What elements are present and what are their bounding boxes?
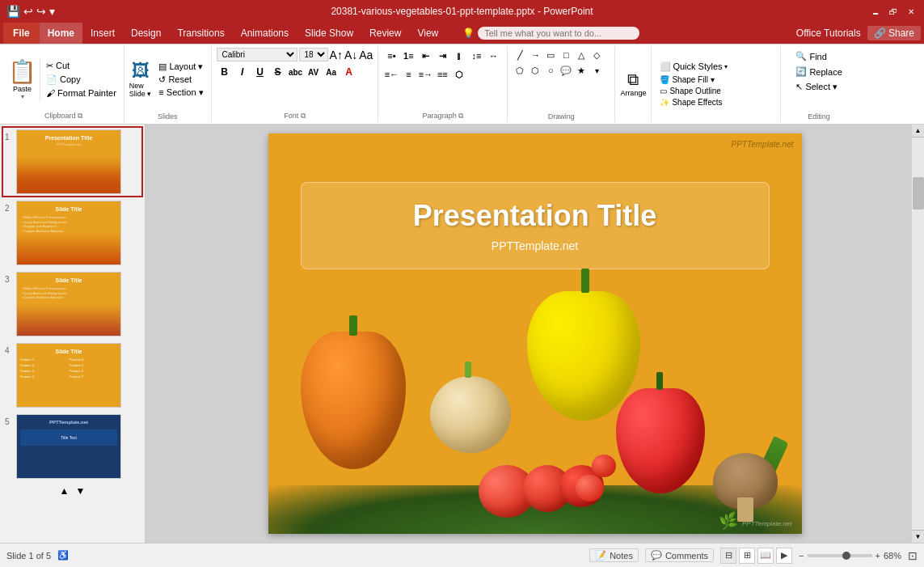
menu-insert[interactable]: Insert: [82, 23, 123, 44]
format-painter-button[interactable]: 🖌 Format Painter: [44, 87, 119, 99]
zoom-thumb[interactable]: [842, 552, 850, 560]
columns-button[interactable]: ⫿: [451, 48, 467, 64]
menu-file[interactable]: File: [3, 23, 40, 44]
shape-outline-button[interactable]: ▭ Shape Outline: [656, 86, 775, 96]
slide-title-box[interactable]: Presentation Title PPTTemplate.net: [301, 182, 770, 269]
slide-thumb-2[interactable]: 2 Slide Title • Make Effective Presentat…: [3, 199, 141, 267]
redo-icon[interactable]: ↪: [36, 5, 46, 18]
undo-icon[interactable]: ↩: [23, 5, 33, 18]
slide-canvas[interactable]: PPTTemplate.net Presentation Title PPTTe…: [268, 133, 802, 534]
menu-review[interactable]: Review: [361, 23, 409, 44]
hexagon-shape[interactable]: ⬡: [528, 63, 542, 78]
oval-shape[interactable]: ○: [543, 63, 558, 78]
panel-scroll-up[interactable]: ▲: [60, 485, 70, 497]
decrease-font-button[interactable]: A↓: [344, 49, 357, 61]
paste-button[interactable]: 📋 Paste ▾: [8, 58, 40, 100]
find-button[interactable]: 🔍 Find: [792, 49, 845, 63]
font-name-select[interactable]: Calibri: [217, 48, 297, 61]
triangle-shape[interactable]: △: [574, 48, 589, 62]
line-shape[interactable]: ╱: [513, 48, 527, 62]
menu-home[interactable]: Home: [40, 23, 82, 44]
align-center-button[interactable]: ≡: [400, 66, 416, 83]
slide-thumb-4[interactable]: 4 Slide Title Feature 1Product 4 Feature…: [3, 341, 141, 409]
zoom-slider[interactable]: [808, 554, 872, 557]
slide-sorter-button[interactable]: ⊞: [739, 548, 755, 564]
align-right-button[interactable]: ≡→: [417, 66, 433, 83]
zoom-out-button[interactable]: −: [799, 551, 804, 561]
increase-indent-button[interactable]: ⇥: [434, 48, 450, 64]
save-icon[interactable]: 💾: [6, 5, 20, 18]
canvas-scrollbar[interactable]: ▲ ▼: [911, 125, 924, 543]
pentagon-shape[interactable]: ⬠: [513, 63, 527, 78]
canvas-area[interactable]: ▲ ▼ PPTTemplate.net Presentation Title P…: [146, 125, 924, 543]
star-shape[interactable]: ★: [574, 63, 589, 78]
diamond-shape[interactable]: ◇: [589, 48, 604, 62]
reset-button[interactable]: ↺ Reset: [156, 74, 205, 86]
justify-button[interactable]: ≡≡: [434, 66, 450, 83]
rect-shape[interactable]: ▭: [543, 48, 558, 62]
arrange-icon[interactable]: ⧉: [627, 70, 639, 89]
menu-animations[interactable]: Animations: [233, 23, 297, 44]
comments-button[interactable]: 💬 Comments: [645, 548, 714, 562]
decrease-indent-button[interactable]: ⇤: [417, 48, 433, 64]
clear-format-button[interactable]: Aa: [359, 49, 373, 61]
slideshow-button[interactable]: ▶: [776, 548, 792, 564]
search-input[interactable]: [478, 27, 639, 40]
customize-icon[interactable]: ▾: [49, 5, 55, 18]
char-spacing-button[interactable]: AV: [306, 64, 322, 80]
scroll-down-button[interactable]: ▼: [912, 530, 925, 543]
callout-shape[interactable]: 💬: [559, 63, 573, 78]
text-direction-button[interactable]: ↔: [485, 48, 501, 64]
align-left-button[interactable]: ≡←: [383, 66, 399, 83]
italic-button[interactable]: I: [234, 64, 251, 80]
bullets-button[interactable]: ≡•: [383, 48, 399, 64]
text-shadow-button[interactable]: abc: [288, 64, 304, 80]
change-case-button[interactable]: Aa: [323, 64, 340, 80]
quick-styles-button[interactable]: ⬜ Quick Styles ▾: [656, 60, 775, 74]
close-button[interactable]: ✕: [905, 5, 918, 18]
menu-design[interactable]: Design: [123, 23, 169, 44]
copy-button[interactable]: 📄 Copy: [44, 74, 119, 86]
share-button[interactable]: 🔗 Share: [867, 26, 921, 40]
square-shape[interactable]: □: [559, 48, 573, 62]
arrow-shape[interactable]: →: [528, 48, 542, 62]
new-slide-label[interactable]: NewSlide ▾: [129, 82, 152, 98]
cut-button[interactable]: ✂ Cut: [44, 60, 119, 72]
menu-slideshow[interactable]: Slide Show: [297, 23, 361, 44]
smart-art-button[interactable]: ⬡: [451, 66, 467, 83]
slide-thumb-3[interactable]: 3 Slide Title • Make Effective Presentat…: [3, 270, 141, 338]
minimize-button[interactable]: 🗕: [869, 5, 882, 18]
accessibility-icon[interactable]: ♿: [57, 550, 69, 561]
font-color-button[interactable]: A: [341, 64, 357, 80]
zoom-in-button[interactable]: +: [875, 551, 880, 561]
bold-button[interactable]: B: [217, 64, 233, 80]
line-spacing-button[interactable]: ↕≡: [468, 48, 484, 64]
menu-view[interactable]: View: [409, 23, 446, 44]
new-slide-icon[interactable]: 🖼: [132, 61, 150, 82]
select-button[interactable]: ↖ Select ▾: [792, 80, 845, 94]
font-size-select[interactable]: 18: [299, 48, 328, 61]
shape-fill-button[interactable]: 🪣 Shape Fill ▾: [656, 74, 775, 85]
slide-thumb-5[interactable]: 5 PPTTemplate.net Title Text: [3, 413, 141, 480]
slide-panel[interactable]: 1 Presentation Title PPTTemplate.net 2 S…: [0, 125, 146, 543]
panel-scroll-down[interactable]: ▼: [76, 485, 86, 497]
more-shapes[interactable]: ▾: [589, 63, 604, 78]
section-button[interactable]: ≡ Section ▾: [156, 87, 205, 99]
scroll-up-button[interactable]: ▲: [912, 125, 925, 138]
shape-effects-button[interactable]: ✨ Shape Effects: [656, 97, 775, 108]
underline-button[interactable]: U: [252, 64, 268, 80]
reading-view-button[interactable]: 📖: [757, 548, 774, 564]
fit-button[interactable]: ⊡: [908, 549, 918, 562]
strikethrough-button[interactable]: S: [270, 64, 286, 80]
restore-button[interactable]: 🗗: [887, 5, 900, 18]
numbering-button[interactable]: 1≡: [400, 48, 416, 64]
layout-button[interactable]: ▤ Layout ▾: [156, 61, 205, 73]
slide-thumb-1[interactable]: 1 Presentation Title PPTTemplate.net: [3, 128, 141, 196]
scroll-thumb[interactable]: [913, 177, 924, 209]
increase-font-button[interactable]: A↑: [330, 49, 343, 61]
menu-transitions[interactable]: Transitions: [169, 23, 232, 44]
replace-button[interactable]: 🔄 Replace: [792, 65, 845, 78]
normal-view-button[interactable]: ⊟: [720, 548, 736, 564]
office-tutorials-link[interactable]: Office Tutorials: [796, 28, 861, 39]
notes-button[interactable]: 📝 Notes: [589, 548, 639, 562]
